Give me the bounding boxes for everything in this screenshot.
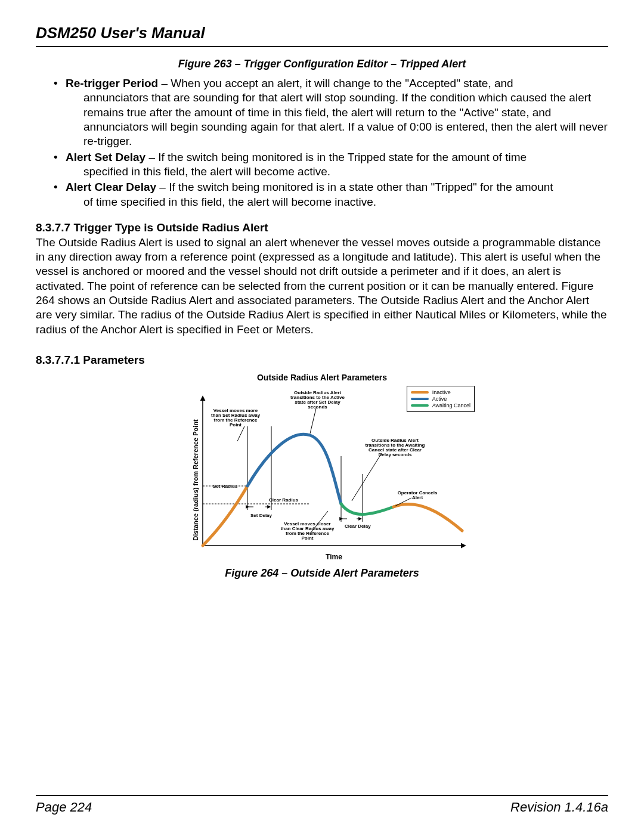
anno-vessel-set: Vessel moves more than Set Radius away f… (209, 408, 262, 428)
swatch-green (411, 404, 429, 407)
anno-to-await: Outside Radius Alert transitions to the … (364, 438, 426, 457)
legend-active: Active (411, 396, 470, 402)
svg-text:Set Radius: Set Radius (213, 484, 238, 489)
svg-text:Distance (radius) from Referen: Distance (radius) from Reference Point (192, 419, 199, 541)
def-set-delay-line1: – If the switch being monitored is in th… (145, 151, 527, 163)
legend-await-label: Awaiting Cancel (432, 402, 470, 408)
anno-vessel-clear: Vessel moves closer than Clear Radius aw… (279, 522, 336, 541)
def-clear-delay-rest: of time specified in this field, the ale… (66, 195, 608, 209)
anno-to-active: Outside Radius Alert transitions to the … (289, 391, 346, 410)
chart-container: Outside Radius Alert Parameters Inactive… (167, 373, 477, 563)
definition-list: Re-trigger Period – When you accept an a… (36, 76, 608, 209)
def-retrigger-line1: – When you accept an alert, it will chan… (158, 77, 513, 89)
def-set-delay-rest: specified in this field, the alert will … (66, 165, 608, 179)
figure-264-caption: Figure 264 – Outside Alert Parameters (36, 567, 608, 580)
svg-text:Clear Delay: Clear Delay (345, 524, 371, 529)
page-title: DSM250 User's Manual (36, 24, 608, 42)
def-clear-delay-line1: – If the switch being monitored is in a … (156, 181, 553, 193)
def-retrigger: Re-trigger Period – When you accept an a… (54, 76, 608, 149)
chart-title: Outside Radius Alert Parameters (167, 373, 477, 382)
footer-rule (36, 795, 608, 796)
legend-inactive-label: Inactive (432, 389, 451, 395)
heading-8-3-7-7: 8.3.7.7 Trigger Type is Outside Radius A… (36, 221, 608, 234)
svg-text:Set Delay: Set Delay (250, 513, 273, 518)
chart-legend: Inactive Active Awaiting Cancel (407, 386, 475, 412)
heading-8-3-7-7-1: 8.3.7.7.1 Parameters (36, 354, 608, 367)
header-rule (36, 46, 608, 47)
svg-text:Time: Time (326, 553, 342, 561)
svg-text:Clear Radius: Clear Radius (269, 497, 298, 503)
def-clear-delay: Alert Clear Delay – If the switch being … (54, 180, 608, 209)
legend-await: Awaiting Cancel (411, 402, 470, 408)
legend-inactive: Inactive (411, 389, 470, 395)
legend-active-label: Active (432, 396, 447, 402)
footer-page: Page 224 (36, 800, 92, 815)
term-retrigger: Re-trigger Period (66, 77, 158, 89)
document-page: { "header": {"title": "DSM250 User's Man… (0, 0, 644, 833)
swatch-blue (411, 398, 429, 400)
figure-263-caption: Figure 263 – Trigger Configuration Edito… (36, 58, 608, 70)
footer-revision: Revision 1.4.16a (510, 800, 608, 815)
def-set-delay: Alert Set Delay – If the switch being mo… (54, 150, 608, 179)
def-retrigger-rest: annunciators that are sounding for that … (66, 91, 608, 148)
swatch-orange (411, 391, 429, 394)
anno-op-cancel: Operator Cancels Alert (394, 491, 441, 500)
term-clear-delay: Alert Clear Delay (66, 181, 156, 193)
page-footer: Page 224 Revision 1.4.16a (36, 795, 608, 815)
term-set-delay: Alert Set Delay (66, 151, 145, 163)
para-8-3-7-7: The Outside Radius Alert is used to sign… (36, 236, 608, 337)
